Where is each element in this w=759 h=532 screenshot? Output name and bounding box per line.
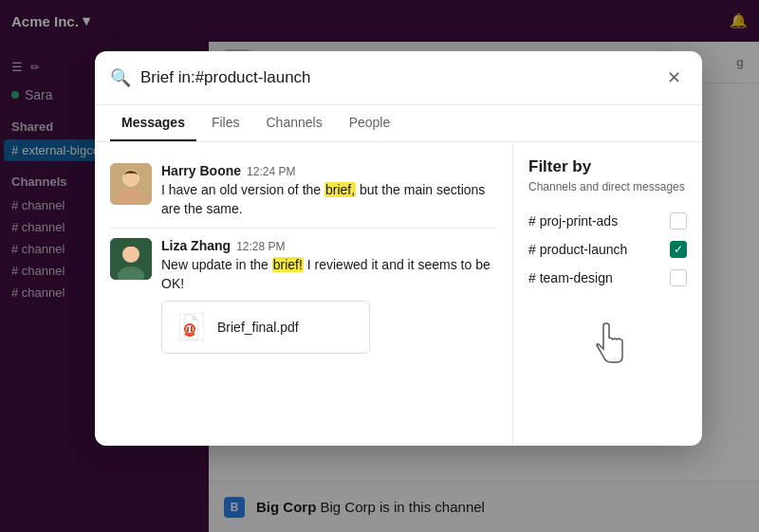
checkbox-proj-print-ads[interactable] bbox=[670, 212, 687, 229]
avatar bbox=[110, 238, 152, 280]
tab-messages[interactable]: Messages bbox=[110, 105, 196, 141]
message-content: Liza Zhang 12:28 PM New update in the br… bbox=[161, 238, 497, 354]
results-panel: Harry Boone 12:24 PM I have an old versi… bbox=[95, 142, 512, 446]
message-time: 12:28 PM bbox=[236, 240, 285, 253]
sender-name: Harry Boone bbox=[161, 163, 241, 178]
highlight: brief! bbox=[272, 257, 304, 272]
tab-files[interactable]: Files bbox=[200, 105, 251, 141]
filter-panel: Filter by Channels and direct messages #… bbox=[512, 142, 702, 446]
message-header: Liza Zhang 12:28 PM bbox=[161, 238, 497, 253]
message-header: Harry Boone 12:24 PM bbox=[161, 163, 497, 178]
list-item[interactable]: Liza Zhang 12:28 PM New update in the br… bbox=[95, 229, 512, 363]
highlight: brief, bbox=[324, 182, 356, 197]
list-item[interactable]: Harry Boone 12:24 PM I have an old versi… bbox=[95, 154, 512, 228]
filter-subtitle: Channels and direct messages bbox=[528, 180, 687, 193]
tab-people[interactable]: People bbox=[338, 105, 402, 141]
checkmark-icon: ✓ bbox=[674, 244, 683, 255]
svg-point-7 bbox=[123, 247, 139, 262]
search-bar: 🔍 ✕ bbox=[95, 51, 702, 105]
filter-label-team-design: # team-design bbox=[528, 270, 613, 285]
message-text: New update in the brief! I reviewed it a… bbox=[161, 256, 497, 293]
filter-option-0[interactable]: # proj-print-ads bbox=[528, 207, 687, 235]
modal-body: Harry Boone 12:24 PM I have an old versi… bbox=[95, 142, 702, 446]
tab-channels[interactable]: Channels bbox=[255, 105, 334, 141]
pdf-icon bbox=[176, 311, 208, 343]
filter-option-2[interactable]: # team-design bbox=[528, 264, 687, 292]
cursor-area bbox=[528, 321, 687, 373]
filter-label-proj-print-ads: # proj-print-ads bbox=[528, 213, 618, 229]
search-input[interactable] bbox=[140, 68, 651, 87]
avatar bbox=[110, 163, 152, 205]
message-text: I have an old version of the brief, but … bbox=[161, 181, 497, 218]
file-attachment[interactable]: Brief_final.pdf bbox=[161, 301, 370, 354]
filter-option-1[interactable]: # product-launch ✓ bbox=[528, 235, 687, 264]
checkbox-team-design[interactable] bbox=[670, 269, 687, 286]
filter-label-product-launch: # product-launch bbox=[528, 242, 627, 257]
filter-title: Filter by bbox=[528, 157, 687, 176]
checkbox-product-launch[interactable]: ✓ bbox=[670, 241, 687, 258]
sender-name: Liza Zhang bbox=[161, 238, 231, 253]
message-time: 12:24 PM bbox=[247, 165, 295, 178]
search-modal: 🔍 ✕ Messages Files Channels People bbox=[95, 51, 702, 446]
search-tabs: Messages Files Channels People bbox=[95, 105, 702, 142]
close-button[interactable]: ✕ bbox=[660, 64, 687, 91]
search-icon: 🔍 bbox=[110, 67, 131, 88]
message-content: Harry Boone 12:24 PM I have an old versi… bbox=[161, 163, 497, 218]
file-name: Brief_final.pdf bbox=[217, 320, 299, 335]
